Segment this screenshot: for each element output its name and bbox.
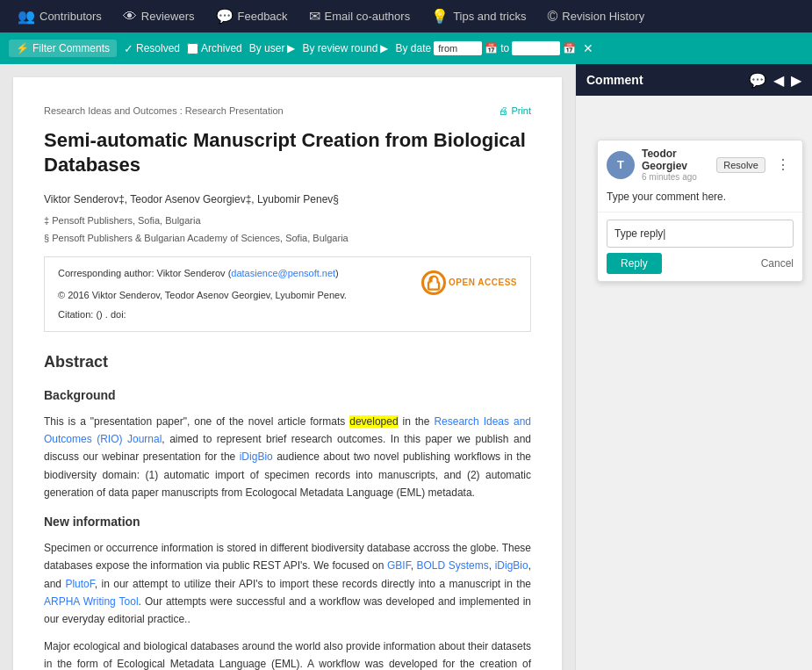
comment-meta: Teodor Georgiev 6 minutes ago xyxy=(642,148,709,182)
chevron-right-icon: ▶ xyxy=(791,73,801,88)
background-title: Background xyxy=(44,385,531,405)
nav-contributors[interactable]: 👥 Contributors xyxy=(9,3,111,30)
print-label: Print xyxy=(511,104,531,119)
nav-email-coauthors[interactable]: ✉ Email co-authors xyxy=(300,3,420,30)
revision-icon: © xyxy=(547,9,557,25)
clear-filter-button[interactable]: ✕ xyxy=(583,41,593,55)
print-button[interactable]: 🖨 Print xyxy=(499,104,531,119)
comment-area: T Teodor Georgiev 6 minutes ago Resolve … xyxy=(576,96,812,670)
checkmark-icon: ✓ xyxy=(124,42,133,55)
by-review-label: By review round xyxy=(302,42,377,54)
next-comment-button[interactable]: ▶ xyxy=(791,72,801,89)
print-icon: 🖨 xyxy=(499,104,508,119)
citation-text: Citation: () . doi: xyxy=(58,307,517,323)
nav-reviewers[interactable]: 👁 Reviewers xyxy=(114,4,204,30)
nav-feedback-label: Feedback xyxy=(238,10,288,23)
comment-body: Type your comment here. xyxy=(598,186,802,212)
plutof-link[interactable]: PlutoF xyxy=(65,578,94,590)
comment-reply-area: Reply Cancel xyxy=(598,212,802,281)
document-area: Research Ideas and Outcomes : Research P… xyxy=(0,64,575,670)
idigbio-link1[interactable]: iDigBio xyxy=(240,450,273,463)
new-info-text2: Major ecological and biological database… xyxy=(44,638,531,670)
filter-icon: ⚡ xyxy=(16,42,29,54)
open-access-badge: OPEN ACCESS xyxy=(421,270,517,295)
highlight-developed: developed xyxy=(349,415,398,428)
corresponding-label: Corresponding author: Viktor Senderov ( xyxy=(58,268,231,278)
new-info-title: New information xyxy=(44,512,531,531)
background-text-before: This is a "presentation paper", one of t… xyxy=(44,415,349,428)
resolved-label: Resolved xyxy=(136,42,180,54)
by-date-filter: By date 📅 to 📅 xyxy=(395,41,576,55)
date-from-input[interactable] xyxy=(434,41,482,55)
idigbio-link2[interactable]: iDigBio xyxy=(495,559,528,572)
feedback-icon: 💬 xyxy=(216,8,234,25)
date-to-input[interactable] xyxy=(512,41,560,55)
gbif-link[interactable]: GBIF xyxy=(387,559,411,572)
comment-menu-icon[interactable]: ⋮ xyxy=(772,156,794,173)
by-date-label: By date xyxy=(395,42,431,54)
open-access-label: OPEN ACCESS xyxy=(449,276,517,290)
nav-contributors-label: Contributors xyxy=(40,10,102,23)
resolved-filter[interactable]: ✓ Resolved xyxy=(124,42,180,55)
comment-bubble-wrapper: T Teodor Georgiev 6 minutes ago Resolve … xyxy=(597,104,803,282)
nav-reviewers-label: Reviewers xyxy=(141,10,195,23)
chevron-right-icon-2: ▶ xyxy=(380,42,388,54)
reviewers-icon: 👁 xyxy=(123,9,137,25)
affiliation2: § Pensoft Publishers & Bulgarian Academy… xyxy=(44,230,531,248)
comment-bubble: T Teodor Georgiev 6 minutes ago Resolve … xyxy=(597,140,803,282)
avatar: T xyxy=(607,151,635,179)
tips-icon: 💡 xyxy=(431,8,449,25)
arpha-link[interactable]: ARPHA Writing Tool xyxy=(44,595,139,608)
to-label: to xyxy=(500,42,509,54)
top-navigation: 👥 Contributors 👁 Reviewers 💬 Feedback ✉ … xyxy=(0,0,812,32)
comment-time: 6 minutes ago xyxy=(642,172,709,182)
open-access-icon xyxy=(421,270,446,295)
bold-link[interactable]: BOLD Systems xyxy=(417,559,489,572)
comment-view-icon-button[interactable]: 💬 xyxy=(749,72,766,89)
reply-button[interactable]: Reply xyxy=(607,253,662,274)
chat-icon: 💬 xyxy=(749,73,766,88)
archived-label: Archived xyxy=(201,42,242,54)
resolve-button[interactable]: Resolve xyxy=(716,157,765,173)
comment-body-text: Type your comment here. xyxy=(607,191,726,203)
cancel-button[interactable]: Cancel xyxy=(761,257,794,270)
document-info-box: Corresponding author: Viktor Senderov (d… xyxy=(44,256,531,333)
affiliation1: ‡ Pensoft Publishers, Sofia, Bulgaria xyxy=(44,213,531,230)
document-title: Semi-automatic Manuscript Creation from … xyxy=(44,128,531,178)
archived-checkbox[interactable] xyxy=(187,43,198,54)
authors-text: Viktor Senderov‡, Teodor Asenov Georgiev… xyxy=(44,193,339,205)
document-affiliations: ‡ Pensoft Publishers, Sofia, Bulgaria § … xyxy=(44,213,531,248)
by-review-filter[interactable]: By review round ▶ xyxy=(302,42,388,54)
nav-revision-label: Revision History xyxy=(562,10,644,23)
breadcrumb: Research Ideas and Outcomes : Research P… xyxy=(44,104,284,119)
email-icon: ✉ xyxy=(309,8,320,25)
new-info-text: Specimen or occurrence information is st… xyxy=(44,539,531,629)
prev-comment-button[interactable]: ◀ xyxy=(773,72,784,89)
reply-actions: Reply Cancel xyxy=(607,253,794,274)
comment-panel-title: Comment xyxy=(586,73,643,87)
calendar-icon-1: 📅 xyxy=(485,42,498,54)
document-authors: Viktor Senderov‡, Teodor Asenov Georgiev… xyxy=(44,191,531,208)
nav-tips-label: Tips and tricks xyxy=(453,10,526,23)
calendar-icon-2: 📅 xyxy=(563,42,576,54)
nav-feedback[interactable]: 💬 Feedback xyxy=(207,3,297,30)
by-user-filter[interactable]: By user ▶ xyxy=(249,42,296,54)
nav-tips[interactable]: 💡 Tips and tricks xyxy=(422,3,535,30)
comment-header-actions: 💬 ◀ ▶ xyxy=(749,72,801,89)
comment-header: Comment 💬 ◀ ▶ xyxy=(576,64,812,96)
filter-bar: ⚡ Filter Comments ✓ Resolved Archived By… xyxy=(0,32,812,64)
main-layout: Research Ideas and Outcomes : Research P… xyxy=(0,64,812,670)
comment-bubble-header: T Teodor Georgiev 6 minutes ago Resolve … xyxy=(598,140,802,186)
filter-label: Filter Comments xyxy=(32,42,110,54)
comment-author: Teodor Georgiev xyxy=(642,148,709,172)
contributors-icon: 👥 xyxy=(18,8,35,25)
archived-filter[interactable]: Archived xyxy=(187,42,242,54)
author-email-link[interactable]: datasience@pensoft.net xyxy=(231,268,335,278)
by-user-label: By user xyxy=(249,42,285,54)
reply-input[interactable] xyxy=(607,220,794,248)
chevron-left-icon: ◀ xyxy=(773,73,784,88)
nav-email-label: Email co-authors xyxy=(325,10,411,23)
nav-revision[interactable]: © Revision History xyxy=(538,4,653,30)
comment-sidebar: Comment 💬 ◀ ▶ T Teodor G xyxy=(575,64,812,670)
filter-comments-button[interactable]: ⚡ Filter Comments xyxy=(9,40,117,57)
